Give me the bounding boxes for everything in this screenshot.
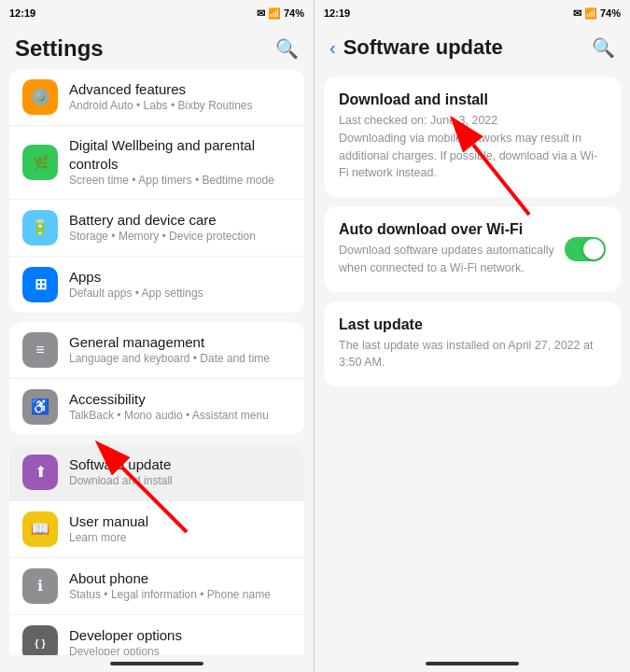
general-mgmt-subtitle: Language and keyboard • Date and time bbox=[69, 352, 291, 367]
advanced-features-text: Advanced features Android Auto • Labs • … bbox=[69, 80, 291, 114]
settings-title: Settings bbox=[15, 35, 104, 62]
user-manual-subtitle: Learn more bbox=[69, 531, 291, 546]
signal-icon-right: ✉ bbox=[573, 7, 581, 20]
bottom-indicator-left bbox=[0, 655, 314, 672]
developer-options-title: Developer options bbox=[69, 626, 291, 645]
settings-section-2: ≡ General management Language and keyboa… bbox=[9, 322, 304, 435]
settings-section-3: ⬆ Software update Download and install 📖… bbox=[9, 444, 304, 655]
auto-download-title: Auto download over Wi-Fi bbox=[339, 221, 565, 238]
left-panel: 12:19 ✉ 📶 74% Settings 🔍 ⚙️ Advanced fea… bbox=[0, 0, 315, 672]
software-update-content: Download and install Last checked on: Ju… bbox=[315, 67, 630, 655]
settings-item-apps[interactable]: ⊞ Apps Default apps • App settings bbox=[9, 257, 304, 313]
bottom-bar-left bbox=[110, 662, 203, 665]
digital-wellbeing-subtitle: Screen time • App timers • Bedtime mode bbox=[69, 174, 291, 189]
status-bar-right: 12:19 ✉ 📶 74% bbox=[315, 0, 630, 26]
status-time-left: 12:19 bbox=[9, 7, 35, 19]
battery-subtitle: Storage • Memory • Device protection bbox=[69, 230, 291, 245]
wifi-icon: 📶 bbox=[268, 7, 281, 20]
settings-item-accessibility[interactable]: ♿ Accessibility TalkBack • Mono audio • … bbox=[9, 379, 304, 435]
settings-list: ⚙️ Advanced features Android Auto • Labs… bbox=[0, 69, 314, 655]
apps-title: Apps bbox=[69, 268, 291, 287]
settings-item-general-management[interactable]: ≡ General management Language and keyboa… bbox=[9, 322, 304, 379]
download-install-card[interactable]: Download and install Last checked on: Ju… bbox=[324, 77, 621, 197]
user-manual-text: User manual Learn more bbox=[69, 512, 291, 546]
developer-options-text: Developer options Developer options bbox=[69, 626, 291, 655]
last-update-subtitle: The last update was installed on April 2… bbox=[339, 337, 606, 372]
about-phone-title: About phone bbox=[69, 569, 291, 588]
digital-wellbeing-text: Digital Wellbeing and parental controls … bbox=[69, 136, 291, 189]
advanced-features-subtitle: Android Auto • Labs • Bixby Routines bbox=[69, 99, 291, 114]
settings-item-advanced-features[interactable]: ⚙️ Advanced features Android Auto • Labs… bbox=[9, 69, 304, 126]
software-update-icon: ⬆ bbox=[22, 455, 58, 490]
digital-wellbeing-icon: 🌿 bbox=[22, 145, 58, 180]
user-manual-icon: 📖 bbox=[22, 511, 58, 547]
auto-download-card[interactable]: Auto download over Wi-Fi Download softwa… bbox=[324, 206, 621, 292]
apps-subtitle: Default apps • App settings bbox=[69, 287, 291, 301]
general-mgmt-title: General management bbox=[69, 333, 291, 352]
software-update-header: ‹ Software update 🔍 bbox=[315, 26, 630, 67]
right-panel: 12:19 ✉ 📶 74% ‹ Software update 🔍 Downlo… bbox=[315, 0, 630, 672]
status-icons-left: ✉ 📶 74% bbox=[257, 7, 304, 20]
settings-item-about-phone[interactable]: ℹ About phone Status • Legal information… bbox=[9, 558, 304, 615]
status-time-right: 12:19 bbox=[324, 7, 350, 19]
software-update-subtitle: Download and install bbox=[69, 474, 291, 489]
settings-header: Settings 🔍 bbox=[0, 26, 314, 69]
settings-search-icon[interactable]: 🔍 bbox=[275, 37, 299, 60]
general-mgmt-text: General management Language and keyboard… bbox=[69, 333, 291, 367]
battery-text: Battery and device care Storage • Memory… bbox=[69, 211, 291, 245]
auto-download-text: Auto download over Wi-Fi Download softwa… bbox=[339, 221, 565, 277]
user-manual-title: User manual bbox=[69, 512, 291, 531]
battery-text-left: 74% bbox=[284, 7, 304, 19]
digital-wellbeing-title: Digital Wellbeing and parental controls bbox=[69, 136, 291, 173]
software-update-title: Software update bbox=[69, 455, 291, 474]
apps-icon: ⊞ bbox=[22, 267, 58, 302]
advanced-features-icon: ⚙️ bbox=[22, 79, 58, 115]
wifi-icon-right: 📶 bbox=[584, 7, 597, 20]
software-update-text: Software update Download and install bbox=[69, 455, 291, 489]
settings-item-digital-wellbeing[interactable]: 🌿 Digital Wellbeing and parental control… bbox=[9, 126, 304, 200]
accessibility-subtitle: TalkBack • Mono audio • Assistant menu bbox=[69, 409, 291, 424]
accessibility-text: Accessibility TalkBack • Mono audio • As… bbox=[69, 390, 291, 424]
accessibility-icon: ♿ bbox=[22, 389, 58, 425]
auto-download-subtitle: Download software updates automatically … bbox=[339, 242, 565, 277]
download-install-subtitle: Last checked on: June 3, 2022Downloading… bbox=[339, 112, 606, 182]
general-mgmt-icon: ≡ bbox=[22, 332, 58, 368]
auto-download-row: Auto download over Wi-Fi Download softwa… bbox=[339, 221, 606, 277]
header-left-group: ‹ Software update bbox=[329, 35, 503, 60]
settings-item-developer-options[interactable]: { } Developer options Developer options bbox=[9, 615, 304, 655]
about-phone-text: About phone Status • Legal information •… bbox=[69, 569, 291, 603]
developer-options-subtitle: Developer options bbox=[69, 645, 291, 655]
last-update-title: Last update bbox=[339, 316, 606, 333]
accessibility-title: Accessibility bbox=[69, 390, 291, 409]
software-update-page-title: Software update bbox=[343, 35, 503, 60]
battery-text-right: 74% bbox=[600, 7, 621, 19]
software-update-search-icon[interactable]: 🔍 bbox=[592, 36, 615, 59]
status-icons-right: ✉ 📶 74% bbox=[573, 7, 621, 20]
download-install-title: Download and install bbox=[339, 91, 606, 108]
apps-text: Apps Default apps • App settings bbox=[69, 268, 291, 301]
settings-section-1: ⚙️ Advanced features Android Auto • Labs… bbox=[9, 69, 304, 313]
settings-item-user-manual[interactable]: 📖 User manual Learn more bbox=[9, 501, 304, 558]
signal-icon: ✉ bbox=[257, 7, 265, 20]
about-phone-icon: ℹ bbox=[22, 568, 58, 604]
battery-icon: 🔋 bbox=[22, 210, 58, 245]
developer-options-icon: { } bbox=[22, 625, 58, 655]
about-phone-subtitle: Status • Legal information • Phone name bbox=[69, 588, 291, 603]
last-update-card[interactable]: Last update The last update was installe… bbox=[324, 301, 621, 387]
advanced-features-title: Advanced features bbox=[69, 80, 291, 99]
bottom-bar-right bbox=[426, 662, 519, 665]
settings-item-battery[interactable]: 🔋 Battery and device care Storage • Memo… bbox=[9, 200, 304, 257]
back-button[interactable]: ‹ bbox=[329, 37, 336, 59]
battery-title: Battery and device care bbox=[69, 211, 291, 230]
settings-item-software-update[interactable]: ⬆ Software update Download and install bbox=[9, 444, 304, 501]
toggle-knob bbox=[583, 239, 604, 259]
status-bar-left: 12:19 ✉ 📶 74% bbox=[0, 0, 314, 26]
auto-download-toggle[interactable] bbox=[565, 237, 606, 261]
bottom-indicator-right bbox=[315, 655, 630, 672]
